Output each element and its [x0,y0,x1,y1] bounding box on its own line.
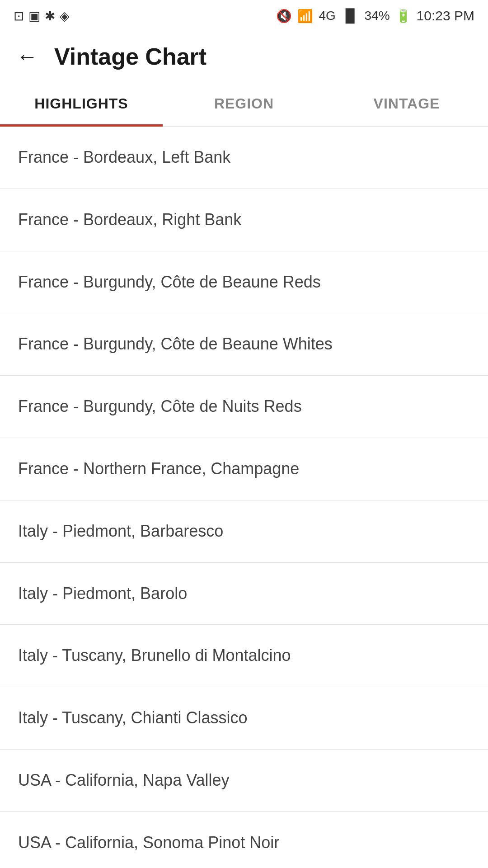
status-bar-right: 🔇 📶 4G ▐▌ 34% 🔋 10:23 PM [276,8,474,24]
list-item-text: France - Burgundy, Côte de Beaune Reds [18,272,321,293]
tab-region[interactable]: REGION [163,81,325,126]
list-container: France - Bordeaux, Left Bank France - Bo… [0,127,488,868]
status-time: 10:23 PM [417,8,474,24]
list-item[interactable]: France - Burgundy, Côte de Beaune Whites [0,313,488,376]
tab-vintage[interactable]: VINTAGE [325,81,488,126]
tabs-container: HIGHLIGHTS REGION VINTAGE [0,81,488,127]
list-item[interactable]: Italy - Piedmont, Barbaresco [0,500,488,563]
list-item-text: USA - California, Sonoma Pinot Noir [18,832,279,854]
battery-text: 34% [365,9,390,23]
list-item-text: USA - California, Napa Valley [18,770,230,791]
list-item-text: Italy - Piedmont, Barbaresco [18,521,223,542]
tab-highlights-label: HIGHLIGHTS [34,95,128,112]
list-item[interactable]: France - Northern France, Champagne [0,438,488,500]
shield-icon: ◈ [60,9,70,24]
screen-icon: ▣ [28,9,40,24]
list-item[interactable]: France - Burgundy, Côte de Beaune Reds [0,251,488,314]
header: ← Vintage Chart [0,32,488,81]
mute-icon: 🔇 [276,9,292,24]
list-item[interactable]: Italy - Piedmont, Barolo [0,563,488,625]
settings-icon: ✱ [45,9,55,24]
battery-icon: 🔋 [395,9,411,24]
list-item[interactable]: Italy - Tuscany, Brunello di Montalcino [0,625,488,687]
tab-region-label: REGION [214,95,274,112]
list-item-text: Italy - Tuscany, Chianti Classico [18,708,248,729]
network-icon: 4G [319,9,335,23]
list-item-text: France - Northern France, Champagne [18,458,299,480]
list-item-text: France - Bordeaux, Left Bank [18,147,230,168]
list-item-text: France - Burgundy, Côte de Beaune Whites [18,334,333,355]
sim-icon: ⊡ [14,9,24,24]
list-item-text: Italy - Piedmont, Barolo [18,583,187,604]
back-arrow-icon: ← [16,46,38,67]
page-title: Vintage Chart [54,43,206,70]
tab-vintage-label: VINTAGE [374,95,440,112]
signal-icon: ▐▌ [341,9,359,23]
list-item[interactable]: USA - California, Napa Valley [0,750,488,812]
list-item-text: France - Burgundy, Côte de Nuits Reds [18,396,302,417]
list-item[interactable]: France - Bordeaux, Right Bank [0,189,488,251]
back-button[interactable]: ← [14,43,41,70]
list-item[interactable]: France - Burgundy, Côte de Nuits Reds [0,376,488,438]
tab-highlights[interactable]: HIGHLIGHTS [0,81,163,126]
status-bar: ⊡ ▣ ✱ ◈ 🔇 📶 4G ▐▌ 34% 🔋 10:23 PM [0,0,488,32]
wifi-icon: 📶 [297,9,313,24]
status-bar-left: ⊡ ▣ ✱ ◈ [14,9,70,24]
list-item-text: Italy - Tuscany, Brunello di Montalcino [18,645,291,666]
list-item[interactable]: USA - California, Sonoma Pinot Noir [0,812,488,868]
list-item-text: France - Bordeaux, Right Bank [18,209,241,231]
list-item[interactable]: Italy - Tuscany, Chianti Classico [0,687,488,750]
list-item[interactable]: France - Bordeaux, Left Bank [0,127,488,189]
